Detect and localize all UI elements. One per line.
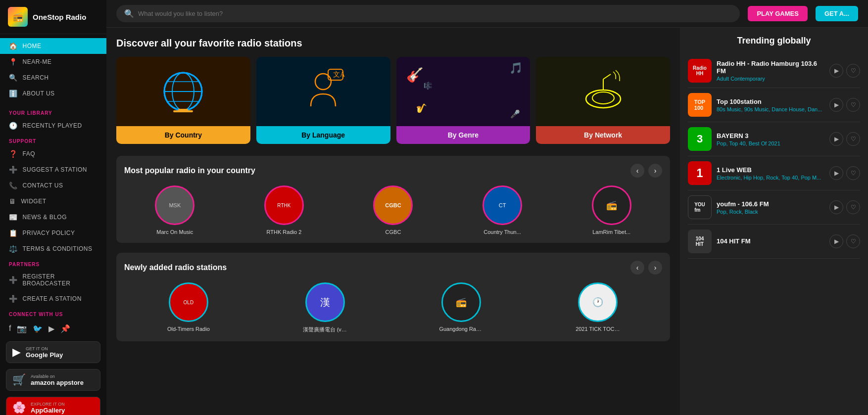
youfm-like[interactable]: ♡ (846, 200, 860, 214)
genre-card-img: 🎸 🎵 🎷 🎤 🎼 (396, 57, 530, 126)
radio-hh-play[interactable]: ▶ (829, 64, 843, 78)
youtube-icon[interactable]: ▶ (48, 324, 54, 333)
pinterest-icon[interactable]: 📌 (60, 324, 70, 333)
search-box: 🔍 (116, 5, 740, 22)
twitter-icon[interactable]: 🐦 (33, 324, 43, 333)
top100-play[interactable]: ▶ (829, 98, 843, 112)
sidebar-item-recently-played[interactable]: 🕐 RECENTLY PLAYED (0, 118, 106, 134)
bayern3-like[interactable]: ♡ (846, 132, 860, 146)
discover-card-language[interactable]: 文A By Language (256, 57, 390, 144)
popular-prev-arrow[interactable]: ‹ (630, 164, 644, 178)
station-card-guangdong[interactable]: 📻 Guangdong Radio - Pea... (397, 282, 526, 333)
create-icon: ➕ (9, 295, 18, 303)
station-card-old-timers[interactable]: OLD Old-Timers Radio (124, 282, 253, 333)
huawei-store-button[interactable]: 🌸 EXPLORE IT ON AppGallery (6, 397, 100, 415)
sidebar-item-widget[interactable]: 🖥 WIDGET (0, 193, 106, 209)
sidebar-item-faq[interactable]: ❓ FAQ (0, 146, 106, 162)
google-play-small: GET IT ON (26, 346, 63, 351)
youfm-play[interactable]: ▶ (829, 200, 843, 214)
trending-item-104hit[interactable]: 104HIT 104 HIT FM ▶ ♡ (688, 225, 860, 259)
sidebar-item-create-station[interactable]: ➕ CREATE A STATION (0, 291, 106, 307)
network-card-label: By Network (536, 126, 670, 144)
youfm-info: youfm - 106.6 FM Pop, Rock, Black (717, 200, 824, 215)
station-card-cgbc[interactable]: CGBC CGBC (342, 185, 444, 235)
104hit-play[interactable]: ▶ (829, 234, 843, 248)
sidebar-item-home[interactable]: 🏠 HOME (0, 38, 106, 54)
station-card-country-thun[interactable]: CT Country Thun... (452, 185, 553, 235)
get-button[interactable]: GET A... (816, 6, 858, 21)
phone-icon: 📞 (9, 182, 18, 189)
sidebar-item-suggest[interactable]: ➕ SUGGEST A STATION (0, 162, 106, 178)
104hit-info: 104 HIT FM (717, 237, 824, 246)
instagram-icon[interactable]: 📷 (17, 324, 27, 333)
discover-title: Discover all your favorite radio station… (116, 38, 670, 49)
svg-point-12 (586, 90, 621, 108)
content-area: Discover all your favorite radio station… (106, 28, 868, 415)
top100-like[interactable]: ♡ (846, 98, 860, 112)
sidebar-item-near-me[interactable]: 📍 NEAR-ME (0, 54, 106, 70)
trending-sidebar: Trending globally RadioHH Radio HH - Rad… (680, 28, 868, 415)
top100-name: Top 100station (717, 98, 824, 105)
sidebar-label-widget: WIDGET (21, 198, 47, 205)
faq-icon: ❓ (9, 150, 18, 158)
station-card-han[interactable]: 漢 漢聲廣播電台 (voice of h... (261, 282, 389, 333)
play-games-button[interactable]: PLAY GAMES (748, 6, 808, 21)
sidebar-item-privacy[interactable]: 📋 PRIVACY POLICY (0, 225, 106, 241)
bayern3-avatar: 3 (688, 127, 712, 151)
trending-item-bayern3[interactable]: 3 BAYERN 3 Pop, Top 40, Best Of 2021 ▶ ♡ (688, 122, 860, 156)
station-card-rthk[interactable]: RTHK RTHK Radio 2 (234, 185, 335, 235)
sidebar-item-register[interactable]: ➕ REGISTER BROADCASTER (0, 269, 106, 291)
terms-icon: ⚖️ (9, 245, 18, 253)
youfm-name: youfm - 106.6 FM (717, 200, 824, 208)
support-label: SUPPORT (0, 134, 106, 146)
radio-hh-info: Radio HH - Radio Hamburg 103.6 FM Adult … (717, 60, 824, 82)
sidebar-item-news[interactable]: 📰 NEWS & BLOG (0, 209, 106, 225)
country-thun-avatar: CT (482, 185, 522, 225)
top100-info: Top 100station 80s Music, 90s Music, Dan… (717, 98, 824, 112)
trending-item-top100[interactable]: TOP100 Top 100station 80s Music, 90s Mus… (688, 88, 860, 122)
youfm-actions: ▶ ♡ (829, 200, 860, 214)
1live-genre: Electronic, Hip Hop, Rock, Top 40, Pop M… (717, 175, 824, 181)
google-play-button[interactable]: ▶ GET IT ON Google Play (6, 341, 100, 363)
huawei-big: AppGallery (31, 407, 65, 414)
sidebar-item-terms[interactable]: ⚖️ TERMS & CONDITIONS (0, 241, 106, 257)
104hit-like[interactable]: ♡ (846, 234, 860, 248)
tick-tock-avatar: 🕐 (578, 282, 618, 322)
country-card-label: By Country (116, 126, 250, 144)
bayern3-play[interactable]: ▶ (829, 132, 843, 146)
1live-play[interactable]: ▶ (829, 166, 843, 180)
facebook-icon[interactable]: f (9, 324, 11, 333)
main-content: Discover all your favorite radio station… (106, 28, 680, 415)
popular-nav-arrows: ‹ › (630, 164, 662, 178)
trending-item-1live[interactable]: 1 1 Live WEB Electronic, Hip Hop, Rock, … (688, 156, 860, 190)
station-card-tick-tock[interactable]: 🕐 2021 TICK TOCK RADIO (533, 282, 662, 333)
discover-card-genre[interactable]: 🎸 🎵 🎷 🎤 🎼 By Genre (396, 57, 530, 144)
trending-item-youfm[interactable]: YOUfm youfm - 106.6 FM Pop, Rock, Black … (688, 190, 860, 225)
station-card-marc[interactable]: MSK Marc On Music (124, 185, 226, 235)
discover-card-network[interactable]: By Network (536, 57, 670, 144)
radio-hh-like[interactable]: ♡ (846, 64, 860, 78)
sidebar-label-terms: TERMS & CONDITIONS (23, 245, 93, 252)
104hit-avatar: 104HIT (688, 230, 712, 253)
sidebar-item-about-us[interactable]: ℹ️ ABOUT US (0, 86, 106, 101)
sidebar-item-contact[interactable]: 📞 CONTACT US (0, 178, 106, 193)
sidebar-item-search[interactable]: 🔍 SEARCH (0, 70, 106, 86)
discover-card-country[interactable]: By Country (116, 57, 250, 144)
sidebar-label-near-me: NEAR-ME (23, 58, 52, 65)
news-icon: 📰 (9, 213, 18, 221)
search-input[interactable] (138, 10, 732, 17)
newly-next-arrow[interactable]: › (648, 261, 662, 275)
sidebar-label-search: SEARCH (23, 74, 49, 81)
trending-item-radio-hh[interactable]: RadioHH Radio HH - Radio Hamburg 103.6 F… (688, 54, 860, 88)
amazon-text: Available on amazon appstore (31, 374, 84, 386)
1live-like[interactable]: ♡ (846, 166, 860, 180)
station-card-lamrim[interactable]: 📻 LamRim Tibet... (561, 185, 662, 235)
bayern3-actions: ▶ ♡ (829, 132, 860, 146)
1live-name: 1 Live WEB (717, 166, 824, 174)
popular-next-arrow[interactable]: › (648, 164, 662, 178)
sidebar-label-suggest: SUGGEST A STATION (23, 166, 88, 173)
radio-hh-name: Radio HH - Radio Hamburg 103.6 FM (717, 60, 824, 75)
amazon-store-button[interactable]: 🛒 Available on amazon appstore (6, 369, 100, 391)
social-links: f 📷 🐦 ▶ 📌 (0, 319, 106, 338)
newly-prev-arrow[interactable]: ‹ (630, 261, 644, 275)
